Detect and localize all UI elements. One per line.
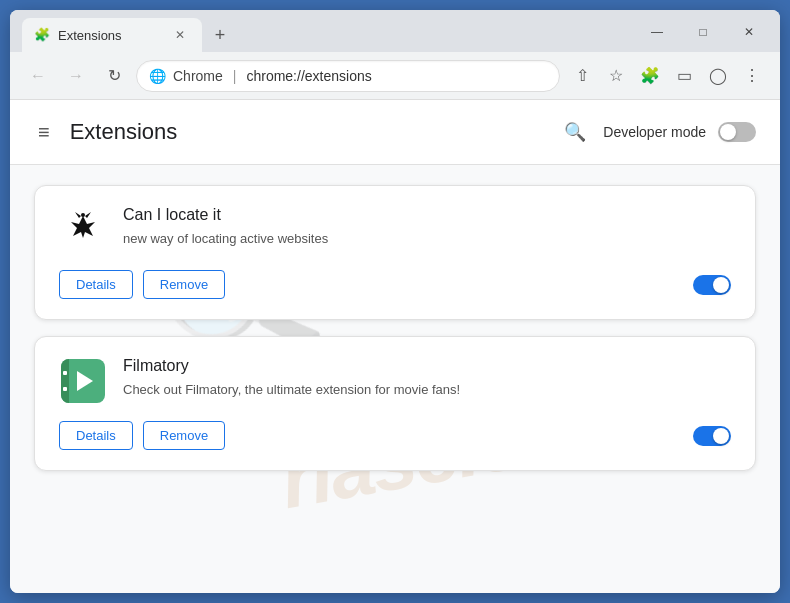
active-tab[interactable]: 🧩 Extensions ✕ [22, 18, 202, 52]
forward-button[interactable]: → [60, 60, 92, 92]
details-button-filmatory[interactable]: Details [59, 421, 133, 450]
minimize-icon: — [651, 25, 663, 39]
extensions-icon: 🧩 [640, 66, 660, 85]
maximize-icon: □ [699, 25, 706, 39]
extension-bottom-can-locate-it: Details Remove [59, 270, 731, 299]
extension-card-filmatory: Filmatory Check out Filmatory, the ultim… [34, 336, 756, 471]
bookmark-icon: ☆ [609, 66, 623, 85]
hamburger-menu-icon[interactable]: ≡ [34, 117, 54, 148]
title-bar: 🧩 Extensions ✕ + — □ ✕ [10, 10, 780, 52]
dev-mode-group: 🔍 Developer mode [559, 116, 756, 148]
extension-top-filmatory: Filmatory Check out Filmatory, the ultim… [59, 357, 731, 405]
page-content: ≡ Extensions 🔍 Developer mode 🔍 riase.co… [10, 100, 780, 593]
extension-desc-filmatory: Check out Filmatory, the ultimate extens… [123, 381, 731, 399]
menu-button[interactable]: ⋮ [736, 60, 768, 92]
dev-mode-label: Developer mode [603, 124, 706, 140]
extension-desc-can-locate-it: new way of locating active websites [123, 230, 731, 248]
new-tab-button[interactable]: + [206, 21, 234, 49]
filmatory-strip [61, 359, 69, 403]
extension-icon-can-locate-it [59, 206, 107, 254]
extension-actions-can-locate-it: Details Remove [59, 270, 225, 299]
sidebar-button[interactable]: ▭ [668, 60, 700, 92]
tab-strip: 🧩 Extensions ✕ + [22, 18, 234, 52]
remove-button-filmatory[interactable]: Remove [143, 421, 225, 450]
details-button-can-locate-it[interactable]: Details [59, 270, 133, 299]
dev-mode-toggle[interactable] [718, 122, 756, 142]
extension-name-can-locate-it: Can I locate it [123, 206, 731, 224]
extension-top: Can I locate it new way of locating acti… [59, 206, 731, 254]
extension-name-filmatory: Filmatory [123, 357, 731, 375]
extension-icon-filmatory [59, 357, 107, 405]
profile-icon: ◯ [709, 66, 727, 85]
nav-bar: ← → ↻ 🌐 Chrome | chrome://extensions ⇧ ☆… [10, 52, 780, 100]
window-controls: — □ ✕ [634, 18, 772, 46]
extension-info-filmatory: Filmatory Check out Filmatory, the ultim… [123, 357, 731, 399]
browser-window: 🧩 Extensions ✕ + — □ ✕ ← → ↻ [10, 10, 780, 593]
extension-info-can-locate-it: Can I locate it new way of locating acti… [123, 206, 731, 248]
maximize-button[interactable]: □ [680, 18, 726, 46]
bookmark-button[interactable]: ☆ [600, 60, 632, 92]
remove-button-can-locate-it[interactable]: Remove [143, 270, 225, 299]
search-button[interactable]: 🔍 [559, 116, 591, 148]
can-locate-icon [61, 208, 105, 252]
extension-actions-filmatory: Details Remove [59, 421, 225, 450]
address-site-name: Chrome [173, 68, 223, 84]
page-title: Extensions [70, 119, 178, 145]
filmatory-icon [61, 359, 105, 403]
close-button[interactable]: ✕ [726, 18, 772, 46]
close-icon: ✕ [744, 25, 754, 39]
profile-button[interactable]: ◯ [702, 60, 734, 92]
tab-close-button[interactable]: ✕ [170, 25, 190, 45]
more-icon: ⋮ [744, 66, 760, 85]
minimize-button[interactable]: — [634, 18, 680, 46]
sidebar-icon: ▭ [677, 66, 692, 85]
reload-button[interactable]: ↻ [98, 60, 130, 92]
address-separator: | [233, 68, 237, 84]
extensions-button[interactable]: 🧩 [634, 60, 666, 92]
tab-favicon: 🧩 [34, 27, 50, 43]
address-favicon: 🌐 [149, 68, 165, 84]
nav-actions: ⇧ ☆ 🧩 ▭ ◯ ⋮ [566, 60, 768, 92]
extension-bottom-filmatory: Details Remove [59, 421, 731, 450]
svg-point-0 [81, 213, 85, 217]
reload-icon: ↻ [108, 66, 121, 85]
back-icon: ← [30, 67, 46, 85]
extensions-title-group: ≡ Extensions [34, 117, 177, 148]
forward-icon: → [68, 67, 84, 85]
enable-toggle-filmatory[interactable] [693, 426, 731, 446]
address-bar[interactable]: 🌐 Chrome | chrome://extensions [136, 60, 560, 92]
address-url: chrome://extensions [246, 68, 371, 84]
share-icon: ⇧ [576, 66, 589, 85]
back-button[interactable]: ← [22, 60, 54, 92]
extension-card-can-locate-it: Can I locate it new way of locating acti… [34, 185, 756, 320]
tab-title: Extensions [58, 28, 162, 43]
enable-toggle-can-locate-it[interactable] [693, 275, 731, 295]
extensions-list: Can I locate it new way of locating acti… [10, 165, 780, 491]
share-button[interactable]: ⇧ [566, 60, 598, 92]
extensions-header: ≡ Extensions 🔍 Developer mode [10, 100, 780, 165]
